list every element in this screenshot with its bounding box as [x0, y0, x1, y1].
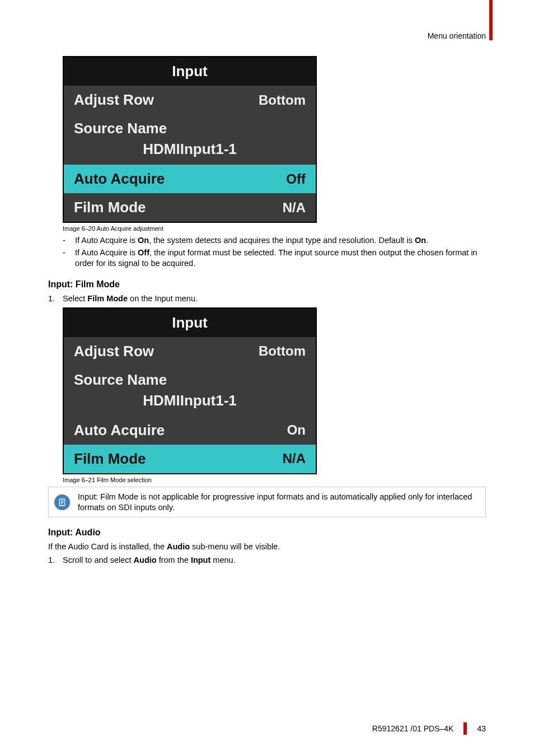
list-item: - If Auto Acquire is Off, the input form… — [63, 248, 486, 269]
menu-row-label: Source Name — [74, 120, 167, 137]
menu-row-value: Bottom — [259, 92, 306, 108]
step-item: 1. Select Film Mode on the Input menu. — [48, 294, 486, 303]
menu-row-value: On — [287, 422, 306, 438]
image-caption: Image 6–20 Auto Acquire adjustment — [63, 225, 486, 232]
menu-row-value: Off — [286, 171, 306, 187]
menu-row-source-value: HDMIInput1-1 — [64, 137, 316, 165]
menu-row-adjust[interactable]: Adjust Row Bottom — [64, 86, 316, 114]
step-number: 1. — [48, 294, 63, 303]
menu-row-label: Adjust Row — [74, 343, 154, 360]
page-footer: R5912621 /01 PDS–4K 43 — [372, 722, 486, 735]
section-heading-audio: Input: Audio — [48, 528, 486, 538]
menu-row-value: Bottom — [259, 343, 306, 359]
step-text: Select Film Mode on the Input menu. — [63, 294, 198, 303]
bullet-list: - If Auto Acquire is On, the system dete… — [63, 235, 486, 269]
bullet-text: If Auto Acquire is On, the system detect… — [75, 235, 428, 246]
note-text: Input: Film Mode is not applicable for p… — [78, 492, 480, 513]
accent-stripe — [489, 0, 493, 40]
bullet-text: If Auto Acquire is Off, the input format… — [75, 248, 486, 269]
note-box: Input: Film Mode is not applicable for p… — [48, 487, 486, 518]
menu-title: Input — [64, 57, 316, 86]
doc-id: R5912621 /01 PDS–4K — [372, 724, 454, 733]
note-icon — [54, 494, 70, 510]
menu-row-film-mode[interactable]: Film Mode N/A — [64, 193, 316, 222]
page-number: 43 — [477, 724, 486, 733]
menu-panel-film-mode: Input Adjust Row Bottom Source Name HDMI… — [63, 307, 317, 474]
accent-bar — [463, 722, 467, 735]
menu-row-value: N/A — [283, 200, 306, 216]
bullet-dash: - — [63, 235, 75, 246]
bullet-dash: - — [63, 248, 75, 269]
step-item: 1. Scroll to and select Audio from the I… — [48, 556, 486, 564]
paragraph: If the Audio Card is installed, the Audi… — [48, 542, 486, 551]
menu-row-label: Auto Acquire — [74, 170, 165, 188]
menu-row-source[interactable]: Source Name — [64, 114, 316, 137]
menu-title: Input — [64, 309, 316, 337]
image-caption: Image 6–21 Film Mode selection — [63, 477, 486, 483]
menu-row-source-value: HDMIInput1-1 — [64, 389, 316, 416]
step-text: Scroll to and select Audio from the Inpu… — [63, 556, 236, 564]
menu-row-source[interactable]: Source Name — [64, 366, 316, 389]
menu-row-auto-acquire[interactable]: Auto Acquire On — [64, 416, 316, 445]
menu-row-adjust[interactable]: Adjust Row Bottom — [64, 337, 316, 366]
section-heading-film-mode: Input: Film Mode — [48, 279, 486, 290]
menu-row-value: N/A — [283, 451, 306, 466]
menu-row-film-mode[interactable]: Film Mode N/A — [64, 445, 316, 473]
list-item: - If Auto Acquire is On, the system dete… — [63, 235, 486, 246]
step-number: 1. — [48, 556, 63, 564]
menu-panel-auto-acquire: Input Adjust Row Bottom Source Name HDMI… — [63, 56, 317, 223]
menu-row-label: Film Mode — [74, 450, 146, 468]
breadcrumb: Menu orientation — [48, 31, 486, 40]
menu-row-label: Auto Acquire — [74, 422, 165, 439]
menu-row-label: Source Name — [74, 371, 167, 389]
menu-row-label: Film Mode — [74, 199, 146, 216]
menu-row-auto-acquire[interactable]: Auto Acquire Off — [64, 165, 316, 193]
menu-row-label: Adjust Row — [74, 91, 154, 109]
